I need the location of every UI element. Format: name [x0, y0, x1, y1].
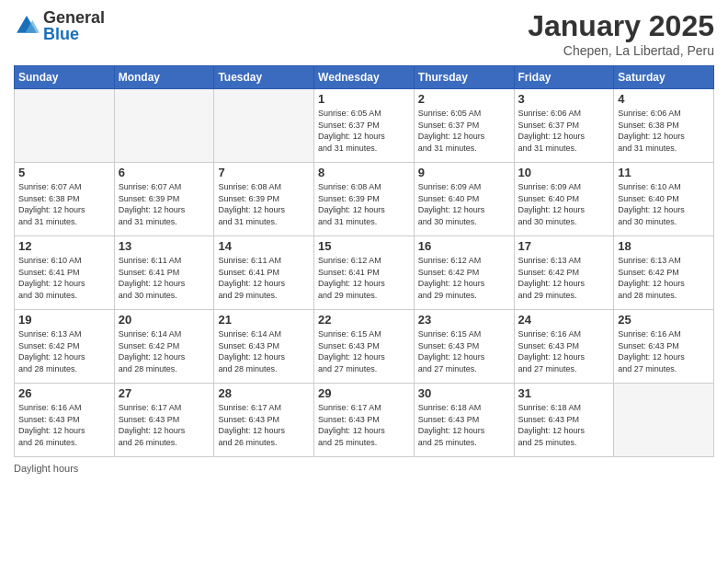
- day-info: Sunrise: 6:06 AM Sunset: 6:37 PM Dayligh…: [518, 108, 610, 154]
- calendar-cell: 7Sunrise: 6:08 AM Sunset: 6:39 PM Daylig…: [214, 163, 314, 236]
- calendar-cell: 20Sunrise: 6:14 AM Sunset: 6:42 PM Dayli…: [114, 310, 214, 384]
- logo: General Blue: [14, 9, 105, 42]
- day-info: Sunrise: 6:13 AM Sunset: 6:42 PM Dayligh…: [18, 328, 110, 374]
- calendar-cell: [15, 89, 115, 163]
- day-number: 12: [18, 239, 110, 253]
- day-info: Sunrise: 6:08 AM Sunset: 6:39 PM Dayligh…: [318, 181, 410, 227]
- day-number: 16: [418, 239, 510, 253]
- day-info: Sunrise: 6:06 AM Sunset: 6:38 PM Dayligh…: [618, 108, 710, 154]
- weekday-header-sunday: Sunday: [15, 66, 115, 89]
- day-number: 3: [518, 92, 610, 106]
- day-number: 29: [318, 386, 410, 400]
- day-info: Sunrise: 6:08 AM Sunset: 6:39 PM Dayligh…: [218, 181, 310, 227]
- day-number: 24: [518, 313, 610, 327]
- day-info: Sunrise: 6:05 AM Sunset: 6:37 PM Dayligh…: [318, 108, 410, 154]
- day-info: Sunrise: 6:13 AM Sunset: 6:42 PM Dayligh…: [518, 255, 610, 301]
- day-number: 31: [518, 386, 610, 400]
- calendar-week-row: 19Sunrise: 6:13 AM Sunset: 6:42 PM Dayli…: [15, 310, 714, 384]
- day-info: Sunrise: 6:14 AM Sunset: 6:42 PM Dayligh…: [119, 328, 210, 374]
- calendar-cell: [614, 384, 714, 457]
- day-info: Sunrise: 6:10 AM Sunset: 6:41 PM Dayligh…: [18, 255, 110, 301]
- day-info: Sunrise: 6:07 AM Sunset: 6:38 PM Dayligh…: [18, 181, 110, 227]
- day-info: Sunrise: 6:15 AM Sunset: 6:43 PM Dayligh…: [318, 328, 410, 374]
- day-info: Sunrise: 6:11 AM Sunset: 6:41 PM Dayligh…: [218, 255, 310, 301]
- weekday-header-tuesday: Tuesday: [214, 66, 314, 89]
- weekday-header-friday: Friday: [514, 66, 614, 89]
- calendar-cell: 13Sunrise: 6:11 AM Sunset: 6:41 PM Dayli…: [114, 236, 214, 310]
- page-header: General Blue January 2025 Chepen, La Lib…: [14, 9, 714, 58]
- day-number: 7: [218, 166, 310, 179]
- day-number: 20: [119, 313, 210, 327]
- day-info: Sunrise: 6:17 AM Sunset: 6:43 PM Dayligh…: [318, 402, 410, 448]
- calendar-cell: 5Sunrise: 6:07 AM Sunset: 6:38 PM Daylig…: [15, 163, 115, 236]
- day-info: Sunrise: 6:05 AM Sunset: 6:37 PM Dayligh…: [418, 108, 510, 154]
- weekday-header-thursday: Thursday: [414, 66, 514, 89]
- calendar-cell: 4Sunrise: 6:06 AM Sunset: 6:38 PM Daylig…: [614, 89, 714, 163]
- day-number: 8: [318, 166, 410, 179]
- day-number: 10: [518, 166, 610, 179]
- day-number: 9: [418, 166, 510, 179]
- day-info: Sunrise: 6:18 AM Sunset: 6:43 PM Dayligh…: [418, 402, 510, 448]
- calendar-cell: 19Sunrise: 6:13 AM Sunset: 6:42 PM Dayli…: [15, 310, 115, 384]
- calendar-cell: 6Sunrise: 6:07 AM Sunset: 6:39 PM Daylig…: [114, 163, 214, 236]
- day-number: 17: [518, 239, 610, 253]
- logo-text: General Blue: [43, 9, 105, 42]
- calendar-week-row: 5Sunrise: 6:07 AM Sunset: 6:38 PM Daylig…: [15, 163, 714, 236]
- calendar-cell: 22Sunrise: 6:15 AM Sunset: 6:43 PM Dayli…: [314, 310, 415, 384]
- location-subtitle: Chepen, La Libertad, Peru: [528, 43, 714, 58]
- calendar-cell: 10Sunrise: 6:09 AM Sunset: 6:40 PM Dayli…: [514, 163, 614, 236]
- day-info: Sunrise: 6:07 AM Sunset: 6:39 PM Dayligh…: [119, 181, 210, 227]
- day-number: 19: [18, 313, 110, 327]
- weekday-header-saturday: Saturday: [614, 66, 714, 89]
- day-number: 26: [18, 386, 110, 400]
- calendar-table: SundayMondayTuesdayWednesdayThursdayFrid…: [14, 65, 714, 457]
- calendar-cell: 28Sunrise: 6:17 AM Sunset: 6:43 PM Dayli…: [214, 384, 314, 457]
- day-number: 23: [418, 313, 510, 327]
- footer: Daylight hours: [14, 463, 714, 474]
- day-number: 15: [318, 239, 410, 253]
- day-number: 30: [418, 386, 510, 400]
- day-number: 11: [618, 166, 710, 179]
- calendar-cell: 14Sunrise: 6:11 AM Sunset: 6:41 PM Dayli…: [214, 236, 314, 310]
- day-info: Sunrise: 6:09 AM Sunset: 6:40 PM Dayligh…: [518, 181, 610, 227]
- day-info: Sunrise: 6:12 AM Sunset: 6:41 PM Dayligh…: [318, 255, 410, 301]
- day-number: 4: [618, 92, 710, 106]
- day-number: 2: [418, 92, 510, 106]
- weekday-header-row: SundayMondayTuesdayWednesdayThursdayFrid…: [15, 66, 714, 89]
- day-number: 21: [218, 313, 310, 327]
- day-number: 22: [318, 313, 410, 327]
- title-block: January 2025 Chepen, La Libertad, Peru: [528, 9, 714, 58]
- weekday-header-wednesday: Wednesday: [314, 66, 415, 89]
- day-info: Sunrise: 6:15 AM Sunset: 6:43 PM Dayligh…: [418, 328, 510, 374]
- calendar-cell: 9Sunrise: 6:09 AM Sunset: 6:40 PM Daylig…: [414, 163, 514, 236]
- day-info: Sunrise: 6:14 AM Sunset: 6:43 PM Dayligh…: [218, 328, 310, 374]
- weekday-header-monday: Monday: [114, 66, 214, 89]
- calendar-cell: [214, 89, 314, 163]
- calendar-cell: 25Sunrise: 6:16 AM Sunset: 6:43 PM Dayli…: [614, 310, 714, 384]
- day-info: Sunrise: 6:16 AM Sunset: 6:43 PM Dayligh…: [618, 328, 710, 374]
- calendar-cell: 8Sunrise: 6:08 AM Sunset: 6:39 PM Daylig…: [314, 163, 415, 236]
- day-info: Sunrise: 6:11 AM Sunset: 6:41 PM Dayligh…: [119, 255, 210, 301]
- day-number: 25: [618, 313, 710, 327]
- calendar-week-row: 26Sunrise: 6:16 AM Sunset: 6:43 PM Dayli…: [15, 384, 714, 457]
- day-info: Sunrise: 6:17 AM Sunset: 6:43 PM Dayligh…: [218, 402, 310, 448]
- calendar-week-row: 1Sunrise: 6:05 AM Sunset: 6:37 PM Daylig…: [15, 89, 714, 163]
- calendar-cell: 17Sunrise: 6:13 AM Sunset: 6:42 PM Dayli…: [514, 236, 614, 310]
- day-info: Sunrise: 6:10 AM Sunset: 6:40 PM Dayligh…: [618, 181, 710, 227]
- day-info: Sunrise: 6:16 AM Sunset: 6:43 PM Dayligh…: [518, 328, 610, 374]
- logo-general-text: General: [43, 9, 105, 26]
- calendar-cell: 26Sunrise: 6:16 AM Sunset: 6:43 PM Dayli…: [15, 384, 115, 457]
- day-number: 27: [119, 386, 210, 400]
- day-number: 28: [218, 386, 310, 400]
- day-number: 13: [119, 239, 210, 253]
- calendar-cell: 31Sunrise: 6:18 AM Sunset: 6:43 PM Dayli…: [514, 384, 614, 457]
- day-info: Sunrise: 6:09 AM Sunset: 6:40 PM Dayligh…: [418, 181, 510, 227]
- day-number: 14: [218, 239, 310, 253]
- day-info: Sunrise: 6:18 AM Sunset: 6:43 PM Dayligh…: [518, 402, 610, 448]
- calendar-cell: 23Sunrise: 6:15 AM Sunset: 6:43 PM Dayli…: [414, 310, 514, 384]
- calendar-cell: 16Sunrise: 6:12 AM Sunset: 6:42 PM Dayli…: [414, 236, 514, 310]
- day-number: 1: [318, 92, 410, 106]
- calendar-cell: 24Sunrise: 6:16 AM Sunset: 6:43 PM Dayli…: [514, 310, 614, 384]
- calendar-cell: 1Sunrise: 6:05 AM Sunset: 6:37 PM Daylig…: [314, 89, 415, 163]
- daylight-label: Daylight hours: [14, 463, 78, 474]
